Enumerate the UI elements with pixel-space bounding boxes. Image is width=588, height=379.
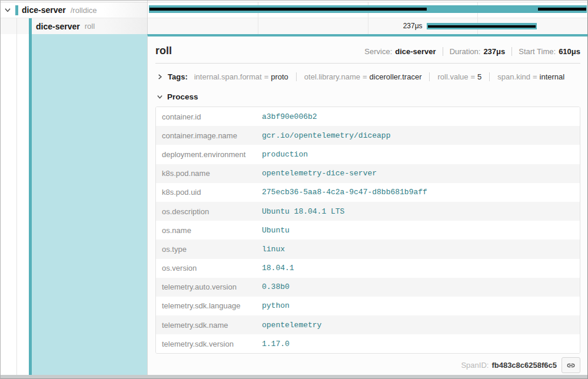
tags-label: Tags: xyxy=(168,72,188,81)
critical-path-segment xyxy=(428,25,536,28)
kv-value: 275ecb36-5aa8-4c2a-9c47-d8bb681b9aff xyxy=(262,188,427,197)
selected-span-highlight[interactable] xyxy=(32,34,147,376)
start-time-label: Start Time: xyxy=(519,47,556,56)
span-detail-panel: roll Service: dice-server Duration: 237μ… xyxy=(147,34,587,376)
table-row: os.typelinux xyxy=(156,240,580,258)
table-row: telemetry.sdk.nameopentelemetry xyxy=(156,315,580,334)
kv-key: container.image.name xyxy=(156,131,262,140)
kv-key: os.description xyxy=(156,207,262,216)
tag-key: otel.library.name xyxy=(304,72,360,81)
duration-label: Duration: xyxy=(450,47,481,56)
detail-indent-area xyxy=(1,34,29,376)
tag-key: internal.span.format xyxy=(194,72,262,81)
tag-key: span.kind xyxy=(497,72,530,81)
tag-value: proto xyxy=(271,72,288,81)
span-duration-label: 237μs xyxy=(403,23,423,29)
kv-value: opentelemetry xyxy=(262,321,321,330)
span-bar-roll[interactable] xyxy=(427,23,537,29)
table-row: k8s.pod.uid275ecb36-5aa8-4c2a-9c47-d8bb6… xyxy=(156,183,580,202)
kv-key: k8s.pod.name xyxy=(156,169,262,178)
kv-key: container.id xyxy=(156,112,262,121)
tag-value: diceroller.tracer xyxy=(370,72,422,81)
timeline-row-roll: 237μs xyxy=(148,18,587,34)
table-row: telemetry.auto.version0.38b0 xyxy=(156,278,580,297)
kv-key: telemetry.sdk.version xyxy=(156,340,262,348)
start-time-value: 610μs xyxy=(559,47,580,56)
tag-key: roll.value xyxy=(437,72,468,81)
kv-value: a3bf90e006b2 xyxy=(262,112,317,121)
meta-divider xyxy=(511,47,512,56)
span-service-name: dice-server xyxy=(22,5,66,15)
span-id-value: fb483c8c6258f6c5 xyxy=(491,361,557,370)
kv-key: os.version xyxy=(156,264,262,272)
kv-value: production xyxy=(262,150,308,159)
critical-path-segment xyxy=(150,8,427,11)
table-row: telemetry.sdk.version1.17.0 xyxy=(156,334,580,353)
column-divider[interactable] xyxy=(147,1,148,34)
kv-value: Ubuntu xyxy=(262,226,290,235)
timeline-row-rolldice xyxy=(148,2,587,18)
table-row: os.version18.04.1 xyxy=(156,259,580,278)
span-bar-rolldice[interactable] xyxy=(149,5,587,13)
kv-key: k8s.pod.uid xyxy=(156,188,262,197)
process-section-header[interactable]: Process xyxy=(155,91,580,102)
critical-path-segment xyxy=(538,8,586,11)
kv-value: linux xyxy=(262,245,285,254)
service-value: dice-server xyxy=(395,47,436,56)
kv-value: gcr.io/opentelemetry/diceapp xyxy=(262,131,390,140)
span-row-roll[interactable]: dice-server roll xyxy=(1,18,147,34)
span-service-name: dice-server xyxy=(36,22,80,31)
span-detail-header: roll Service: dice-server Duration: 237μ… xyxy=(155,45,580,57)
service-color-bar xyxy=(29,18,32,375)
kv-key: telemetry.auto.version xyxy=(156,282,262,291)
service-label: Service: xyxy=(364,47,392,56)
tag-equals: = xyxy=(360,72,370,81)
tag-item: otel.library.name = diceroller.tracer xyxy=(296,72,422,81)
span-id-label: SpanID: xyxy=(461,361,489,370)
table-row: telemetry.sdk.languagepython xyxy=(156,297,580,315)
kv-value: Ubuntu 18.04.1 LTS xyxy=(262,207,344,216)
indent-guide xyxy=(16,34,17,375)
indent-guide xyxy=(16,18,17,34)
kv-value: opentelemetry-dice-server xyxy=(262,169,377,178)
link-icon xyxy=(566,361,576,370)
table-row: container.image.namegcr.io/opentelemetry… xyxy=(156,126,580,145)
header-divider xyxy=(155,63,580,64)
span-row-rolldice[interactable]: dice-server /rolldice xyxy=(1,2,147,18)
tag-equals: = xyxy=(530,72,540,81)
horizontal-scrollbar[interactable] xyxy=(1,375,587,378)
tag-item: span.kind = internal xyxy=(489,72,564,81)
chevron-down-icon[interactable] xyxy=(155,92,164,101)
kv-value: python xyxy=(262,301,290,310)
kv-key: os.name xyxy=(156,226,262,235)
table-row: k8s.pod.nameopentelemetry-dice-server xyxy=(156,164,580,183)
kv-value: 1.17.0 xyxy=(262,340,290,348)
tag-equals: = xyxy=(469,72,478,81)
tag-value: 5 xyxy=(477,72,481,81)
trace-view-window: dice-server /rolldice dice-server roll 2… xyxy=(0,0,588,379)
span-detail-meta: Service: dice-server Duration: 237μs Sta… xyxy=(364,47,580,56)
timeline-gridline xyxy=(368,18,368,34)
meta-divider xyxy=(443,47,443,56)
table-row: os.nameUbuntu xyxy=(156,221,580,240)
kv-key: telemetry.sdk.name xyxy=(156,321,262,330)
tags-section-header[interactable]: Tags: internal.span.format = proto otel.… xyxy=(155,71,580,82)
service-color-bar xyxy=(15,5,18,15)
table-row: container.ida3bf90e006b2 xyxy=(156,107,580,126)
chevron-down-icon[interactable] xyxy=(4,6,12,14)
span-detail-title: roll xyxy=(155,45,172,57)
table-row: os.descriptionUbuntu 18.04.1 LTS xyxy=(156,202,580,221)
tag-item: roll.value = 5 xyxy=(429,72,481,81)
timeline-gridline xyxy=(258,18,258,34)
tag-item: internal.span.format = proto xyxy=(194,72,288,81)
kv-value: 18.04.1 xyxy=(262,264,294,272)
chevron-right-icon[interactable] xyxy=(155,72,164,81)
span-operation-name: roll xyxy=(85,22,95,31)
kv-key: os.type xyxy=(156,245,262,254)
kv-key: telemetry.sdk.language xyxy=(156,301,262,310)
tag-equals: = xyxy=(262,72,271,81)
process-kv-table: container.ida3bf90e006b2 container.image… xyxy=(155,107,580,354)
kv-value: 0.38b0 xyxy=(262,282,290,291)
duration-value: 237μs xyxy=(483,47,505,56)
deep-link-button[interactable] xyxy=(562,357,580,373)
